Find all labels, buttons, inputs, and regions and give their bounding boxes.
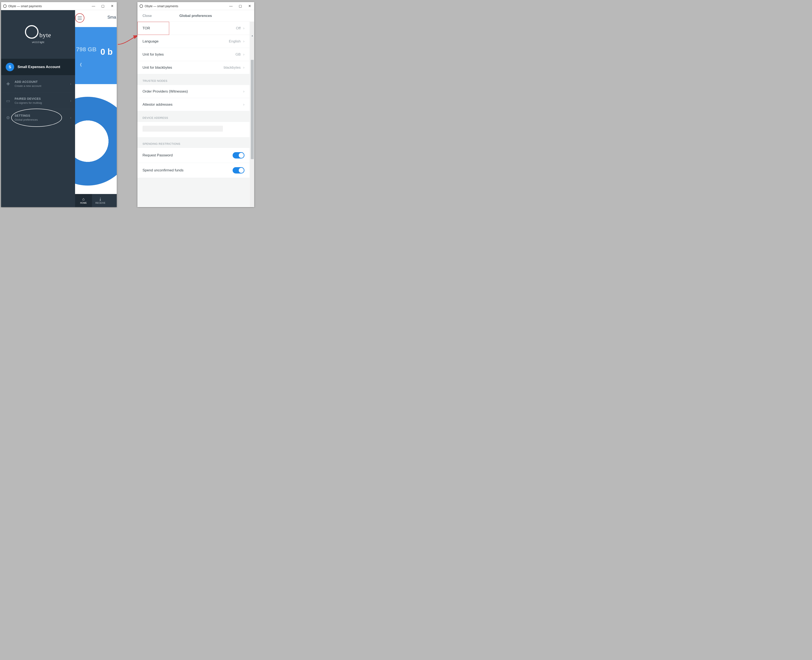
hamburger-menu-button[interactable] [75,13,84,22]
preferences-body: TOR Off › Language English › Unit for by… [137,22,249,207]
minimize-button[interactable]: — [226,2,235,10]
chevron-right-icon: › [243,39,245,44]
chevron-right-icon: › [243,26,245,30]
balance-gb: 798 GB [76,46,97,53]
chevron-right-icon: › [70,82,71,86]
titlebar-right: Obyte — smart payments — ▢ ✕ [137,2,254,10]
version-label: v4.0.0 light [32,41,44,44]
home-icon: ⌂ [82,197,84,201]
close-button[interactable]: ✕ [245,2,254,10]
bottom-nav: ⌂ HOME ⭳ RECEIVE [75,194,117,207]
section-device-address: DEVICE ADDRESS [137,111,249,122]
menu-settings-title: SETTINGS [14,114,38,117]
close-button[interactable]: ✕ [107,2,117,10]
hamburger-icon [78,16,82,20]
balance-zero-b: 0 b [100,47,113,57]
scroll-up-icon[interactable]: ▴ [251,34,254,37]
tab-receive[interactable]: ⭳ RECEIVE [92,194,109,207]
row-request-password[interactable]: Request Password [137,148,249,163]
row-unit-blackbytes[interactable]: Unit for blackbytes blackbytes › [137,61,249,74]
menu-paired-devices[interactable]: ▭ PAIRED DEVICES Co-signers for multisig… [1,92,75,109]
window-title-left: Obyte — smart payments [8,5,42,8]
row-attestor-addresses[interactable]: Attestor addresses › [137,98,249,111]
row-order-providers[interactable]: Order Providers (Witnesses) › [137,85,249,98]
window-controls-right: — ▢ ✕ [226,2,254,10]
row-unit-bytes[interactable]: Unit for bytes GB › [137,48,249,61]
row-unit-blackbytes-label: Unit for blackbytes [143,65,172,70]
menu-settings-sub: Global preferences [14,118,38,121]
obyte-logo-text: byte [39,32,51,39]
menu-add-account-sub: Create a new account [14,84,41,87]
row-language-label: Language [143,39,159,44]
row-unit-blackbytes-value: blackbytes [224,65,241,70]
window-obyte-preferences: Obyte — smart payments — ▢ ✕ Close Globa… [137,2,254,207]
account-row[interactable]: S Small Expenses Account [1,59,75,75]
device-address-block [137,122,249,137]
section-trusted-nodes: TRUSTED NODES [137,74,249,85]
tab-home[interactable]: ⌂ HOME [75,194,92,207]
laptop-icon: ▭ [5,98,11,103]
row-language-value: English [229,39,241,44]
menu-add-account-title: ADD ACCOUNT [14,80,41,84]
device-address-masked [143,126,223,132]
row-spend-unconfirmed-label: Spend unconfirmed funds [143,168,184,173]
logo-area: byte v4.0.0 light [1,10,75,59]
row-order-providers-label: Order Providers (Witnesses) [143,89,188,94]
account-avatar: S [6,63,14,71]
tab-receive-label: RECEIVE [95,202,105,204]
row-request-password-label: Request Password [143,153,173,157]
chevron-left-icon[interactable]: ‹ [80,59,82,69]
row-attestor-label: Attestor addresses [143,103,173,107]
row-tor-label: TOR [143,26,150,30]
chevron-right-icon: › [243,65,245,70]
row-tor-value: Off [236,26,241,30]
window-obyte-main: Obyte — smart payments — ▢ ✕ Sma 798 GB … [1,2,117,207]
balance-banner: 798 GB 0 b ‹ [75,27,117,84]
titlebar-left: Obyte — smart payments — ▢ ✕ [1,2,117,10]
chevron-right-icon: › [243,52,245,57]
row-spend-unconfirmed[interactable]: Spend unconfirmed funds [137,163,249,178]
tab-home-label: HOME [80,202,87,204]
close-link[interactable]: Close [143,14,152,18]
window-title-right: Obyte — smart payments [145,5,178,8]
maximize-button[interactable]: ▢ [235,2,245,10]
app-icon [140,5,143,8]
section-spending: SPENDING RESTRICTIONS [137,137,249,148]
account-name: Small Expenses Account [17,65,60,69]
menu-settings[interactable]: ⚙ SETTINGS Global preferences › [1,109,75,126]
row-unit-bytes-value: GB [235,52,241,57]
window-controls-left: — ▢ ✕ [89,2,117,10]
chevron-right-icon: › [243,102,245,107]
side-drawer: byte v4.0.0 light S Small Expenses Accou… [1,10,75,207]
chevron-right-icon: › [70,99,71,103]
annotation-arrow [117,32,140,46]
toggle-request-password[interactable] [233,152,245,159]
menu-paired-title: PAIRED DEVICES [14,97,42,100]
account-name-partial: Sma [107,15,116,20]
scrollbar-thumb[interactable] [251,60,254,159]
download-icon: ⭳ [99,197,103,201]
chart-area [75,84,117,194]
plus-icon: ✚ [5,81,11,86]
app-icon [3,5,6,8]
preferences-header: Close Global preferences [137,10,254,22]
scrollbar-track[interactable]: ▴ [250,22,254,207]
row-unit-bytes-label: Unit for bytes [143,52,164,57]
menu-add-account[interactable]: ✚ ADD ACCOUNT Create a new account › [1,75,75,92]
minimize-button[interactable]: — [89,2,98,10]
chevron-right-icon: › [70,116,71,120]
obyte-logo-ring [25,25,38,39]
gear-icon: ⚙ [5,115,11,120]
maximize-button[interactable]: ▢ [98,2,107,10]
menu-paired-sub: Co-signers for multisig [14,101,42,105]
chevron-right-icon: › [243,89,245,94]
row-tor[interactable]: TOR Off › [137,22,249,35]
row-language[interactable]: Language English › [137,35,249,48]
preferences-title: Global preferences [152,14,240,18]
toggle-spend-unconfirmed[interactable] [233,167,245,173]
